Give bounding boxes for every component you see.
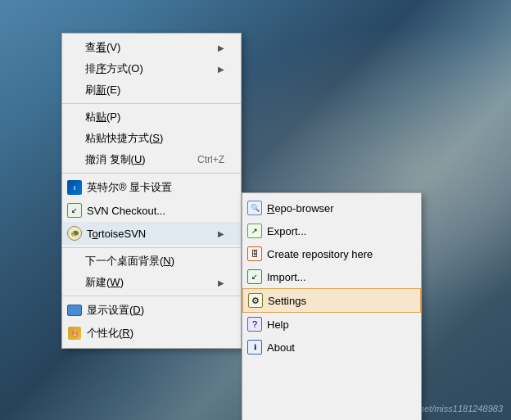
repo-browser-icon-area: 🔍 (246, 200, 264, 216)
new-label: 新建(W) (85, 275, 124, 290)
submenu-item-export[interactable]: ↗ Export... (242, 219, 421, 242)
menu-item-display[interactable]: 显示设置(D) (62, 299, 241, 322)
intel-icon: i (67, 180, 82, 195)
tortoise-icon-area: 🐢 (66, 225, 84, 242)
menu-item-next-bg[interactable]: 下一个桌面背景(N) (62, 251, 241, 272)
menu-item-personal[interactable]: 🎨 个性化(R) (62, 322, 241, 345)
refresh-label: 刷新(E) (85, 83, 120, 97)
display-icon-area (66, 302, 84, 318)
next-bg-label: 下一个桌面背景(N) (85, 254, 174, 269)
intel-label: 英特尔® 显卡设置 (87, 180, 172, 195)
context-menu-container: 查看(V) ▶ 排序方式(O) ▶ 刷新(E) 粘贴(P) 粘贴快捷方式(S) … (61, 33, 422, 349)
create-repo-icon-area: 🗄 (246, 246, 264, 262)
personal-icon: 🎨 (68, 327, 81, 340)
submenu-item-import[interactable]: ↙ Import... (242, 265, 421, 288)
menu-item-paste[interactable]: 粘贴(P) (62, 106, 241, 128)
settings-label: Settings (268, 295, 306, 307)
menu-item-paste-shortcut[interactable]: 粘贴快捷方式(S) (62, 128, 241, 149)
import-icon: ↙ (247, 269, 262, 284)
sort-label: 排序方式(O) (85, 61, 143, 76)
separator-1 (62, 103, 241, 104)
display-label: 显示设置(D) (87, 303, 144, 318)
repo-browser-icon: 🔍 (247, 201, 262, 215)
paste-shortcut-label: 粘贴快捷方式(S) (85, 131, 163, 146)
import-icon-area: ↙ (246, 269, 264, 285)
create-repo-label: Create repository here (267, 248, 373, 260)
menu-item-refresh[interactable]: 刷新(E) (62, 79, 241, 101)
undo-shortcut: Ctrl+Z (181, 154, 224, 165)
intel-icon-area: i (66, 179, 84, 196)
tortoise-label: TortoiseSVN (87, 228, 146, 240)
repo-browser-label: Repo-browser (267, 202, 334, 215)
paste-label: 粘贴(P) (85, 110, 120, 124)
view-arrow: ▶ (218, 43, 224, 52)
help-icon-area: ? (246, 316, 264, 332)
export-icon-area: ↗ (246, 223, 264, 239)
submenu-item-about[interactable]: ℹ About (242, 336, 421, 359)
tortoise-submenu: 🔍 Repo-browser ↗ Export... 🗄 Create repo… (242, 192, 422, 420)
about-icon-area: ℹ (246, 339, 264, 355)
svn-checkout-icon-area: ↙ (66, 202, 84, 219)
svn-checkout-label: SVN Checkout... (87, 205, 165, 217)
about-icon: ℹ (247, 340, 262, 355)
menu-item-sort[interactable]: 排序方式(O) ▶ (62, 58, 241, 79)
new-arrow: ▶ (218, 278, 224, 287)
create-repo-icon: 🗄 (247, 246, 262, 261)
undo-label: 撤消 复制(U) (85, 152, 146, 167)
help-icon: ? (247, 317, 262, 332)
menu-item-intel[interactable]: i 英特尔® 显卡设置 (62, 176, 241, 199)
svn-checkout-icon: ↙ (67, 203, 82, 218)
submenu-item-settings[interactable]: ⚙ Settings (242, 288, 421, 313)
submenu-item-create-repo[interactable]: 🗄 Create repository here (242, 242, 421, 265)
personal-icon-area: 🎨 (66, 325, 84, 341)
settings-icon-area: ⚙ (246, 292, 265, 309)
import-label: Import... (267, 271, 306, 283)
separator-2 (62, 173, 241, 174)
tortoise-arrow: ▶ (218, 229, 224, 238)
help-label: Help (267, 318, 289, 331)
separator-4 (62, 296, 241, 296)
main-context-menu: 查看(V) ▶ 排序方式(O) ▶ 刷新(E) 粘贴(P) 粘贴快捷方式(S) … (61, 33, 242, 349)
export-icon: ↗ (247, 224, 262, 238)
separator-3 (62, 247, 241, 248)
view-label: 查看(V) (85, 40, 120, 55)
menu-item-svn-checkout[interactable]: ↙ SVN Checkout... (62, 199, 241, 222)
tortoise-icon: 🐢 (67, 226, 82, 241)
export-label: Export... (267, 225, 306, 237)
menu-item-undo[interactable]: 撤消 复制(U) Ctrl+Z (62, 149, 241, 170)
menu-item-view[interactable]: 查看(V) ▶ (62, 37, 241, 58)
about-label: About (267, 341, 295, 354)
personal-label: 个性化(R) (87, 326, 133, 341)
sort-arrow: ▶ (218, 65, 224, 74)
menu-item-new[interactable]: 新建(W) ▶ (62, 272, 241, 293)
submenu-item-help[interactable]: ? Help (242, 313, 421, 336)
submenu-item-repo-browser[interactable]: 🔍 Repo-browser (242, 196, 421, 219)
menu-item-tortoise[interactable]: 🐢 TortoiseSVN ▶ (62, 222, 241, 245)
display-icon (67, 305, 82, 316)
settings-icon: ⚙ (248, 293, 263, 308)
